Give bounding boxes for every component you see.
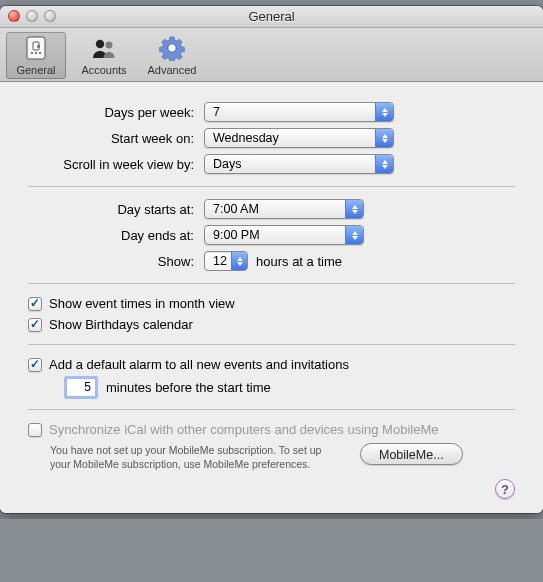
days-per-week-value: 7 [205,105,375,119]
chevron-updown-icon [375,103,393,121]
separator [28,186,515,187]
hours-at-a-time-label: hours at a time [256,254,342,269]
day-ends-value: 9:00 PM [205,228,345,242]
start-week-on-popup[interactable]: Wednesday [204,128,394,148]
zoom-button[interactable] [44,10,56,22]
day-starts-label: Day starts at: [28,202,204,217]
minimize-button[interactable] [26,10,38,22]
tab-advanced[interactable]: Advanced [142,32,202,79]
content: Days per week: 7 Start week on: Wednesda… [0,82,543,513]
traffic-lights [8,10,56,22]
scroll-week-view-popup[interactable]: Days [204,154,394,174]
days-per-week-popup[interactable]: 7 [204,102,394,122]
chevron-updown-icon [375,129,393,147]
sync-mobileme-checkbox[interactable] [28,423,42,437]
show-hours-stepper[interactable]: 12 [204,251,248,271]
svg-point-3 [31,52,33,54]
separator [28,344,515,345]
tab-accounts[interactable]: Accounts [74,32,134,79]
titlebar: General [0,6,543,28]
show-label: Show: [28,254,204,269]
show-event-times-label: Show event times in month view [49,296,235,311]
chevron-updown-icon [345,226,363,244]
day-ends-label: Day ends at: [28,228,204,243]
chevron-updown-icon [375,155,393,173]
svg-point-8 [168,44,176,52]
svg-point-5 [39,52,41,54]
default-alarm-label: Add a default alarm to all new events an… [49,357,349,372]
alarm-minutes-field[interactable]: 5 [66,378,96,397]
day-ends-popup[interactable]: 9:00 PM [204,225,364,245]
chevron-updown-icon [345,200,363,218]
close-button[interactable] [8,10,20,22]
general-icon [6,34,66,62]
tab-general[interactable]: General [6,32,66,79]
svg-point-4 [35,52,37,54]
separator [28,409,515,410]
sync-mobileme-label: Synchronize iCal with other computers an… [49,422,438,437]
tab-general-label: General [6,64,66,76]
show-birthdays-label: Show Birthdays calendar [49,317,193,332]
scroll-week-view-value: Days [205,157,375,171]
show-event-times-checkbox[interactable] [28,297,42,311]
svg-point-6 [96,40,104,48]
scroll-week-view-label: Scroll in week view by: [28,157,204,172]
help-button[interactable]: ? [495,479,515,499]
separator [28,283,515,284]
toolbar: General Accounts [0,28,543,82]
svg-rect-2 [37,45,40,48]
tab-accounts-label: Accounts [74,64,134,76]
show-hours-value: 12 [205,254,231,268]
mobileme-info-text: You have not set up your MobileMe subscr… [50,443,340,471]
svg-point-7 [106,42,113,49]
default-alarm-checkbox[interactable] [28,358,42,372]
days-per-week-label: Days per week: [28,105,204,120]
accounts-icon [74,34,134,62]
mobileme-button[interactable]: MobileMe... [360,443,463,465]
preferences-window: General General [0,6,543,513]
show-birthdays-checkbox[interactable] [28,318,42,332]
tab-advanced-label: Advanced [142,64,202,76]
minutes-before-label: minutes before the start time [106,380,271,395]
day-starts-value: 7:00 AM [205,202,345,216]
start-week-on-label: Start week on: [28,131,204,146]
advanced-icon [142,34,202,62]
chevron-updown-icon [231,252,247,270]
start-week-on-value: Wednesday [205,131,375,145]
window-title: General [248,9,294,24]
day-starts-popup[interactable]: 7:00 AM [204,199,364,219]
